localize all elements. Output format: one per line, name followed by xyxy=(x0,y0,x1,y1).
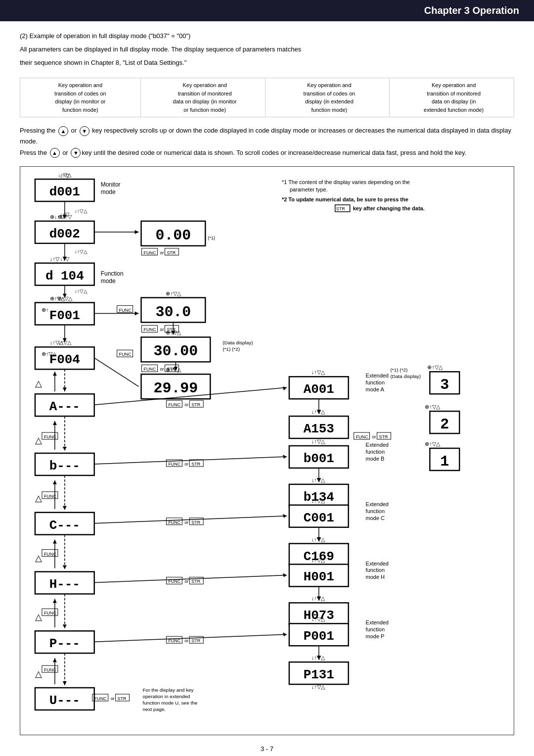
svg-text:FUNC: FUNC xyxy=(44,611,56,615)
svg-text:A001: A001 xyxy=(304,382,334,397)
svg-text:↓↑▽△: ↓↑▽△ xyxy=(312,557,325,563)
svg-text:C---: C--- xyxy=(49,518,80,532)
svg-text:FUNC: FUNC xyxy=(144,250,156,255)
svg-text:(*1) (*2): (*1) (*2) xyxy=(222,346,240,352)
svg-text:or: or xyxy=(184,462,188,467)
svg-text:function: function xyxy=(366,379,385,385)
svg-text:or: or xyxy=(111,696,115,701)
down-key-circle: ▼ xyxy=(80,126,89,136)
svg-text:⊕↑: ⊕↑ xyxy=(42,306,48,312)
svg-text:FUNC: FUNC xyxy=(94,696,107,701)
svg-text:function mode U, see the: function mode U, see the xyxy=(143,700,198,706)
svg-text:parameter type.: parameter type. xyxy=(290,187,328,192)
function-mode-label: Function xyxy=(101,270,124,277)
svg-text:3: 3 xyxy=(440,377,449,393)
svg-text:Extended: Extended xyxy=(366,560,389,566)
svg-text:*2  To update numerical data, : *2 To update numerical data, be sure to … xyxy=(282,196,408,202)
svg-text:↓↑▽△: ↓↑▽△ xyxy=(75,248,88,254)
svg-text:A---: A--- xyxy=(49,399,80,414)
svg-text:↓↑▽△: ↓↑▽△ xyxy=(312,369,325,375)
svg-text:U---: U--- xyxy=(49,693,80,708)
svg-text:↓↑▽△: ↓↑▽△ xyxy=(312,684,325,690)
svg-text:C001: C001 xyxy=(304,510,334,525)
svg-text:⊕↑▽△: ⊕↑▽△ xyxy=(425,404,440,410)
svg-text:For the display and key: For the display and key xyxy=(143,687,194,693)
svg-text:or: or xyxy=(372,434,376,439)
svg-text:(*1): (*1) xyxy=(208,236,215,240)
svg-text:⊕↑▽△: ⊕↑▽△ xyxy=(425,441,440,447)
example-title: (2) Example of operation in full display… xyxy=(20,31,514,42)
svg-text:STR: STR xyxy=(167,327,176,332)
page-header: Chapter 3 Operation xyxy=(0,0,534,21)
svg-text:STR: STR xyxy=(191,638,200,643)
svg-text:function: function xyxy=(366,626,385,632)
svg-text:mode C: mode C xyxy=(366,515,385,520)
svg-text:Extended: Extended xyxy=(366,501,389,507)
svg-text:△: △ xyxy=(35,378,42,388)
svg-text:mode P: mode P xyxy=(366,633,385,639)
svg-text:STR: STR xyxy=(191,579,200,584)
svg-text:Extended: Extended xyxy=(366,373,389,378)
info-box-1: Key operation andtransition of codes ond… xyxy=(20,78,141,117)
svg-text:↓↑▽△: ↓↑▽△ xyxy=(75,288,88,293)
page-number: 3 - 7 xyxy=(20,745,514,753)
svg-text:function: function xyxy=(366,567,385,573)
down-key-circle2: ▼ xyxy=(71,148,81,158)
info-box-3: Key operation andtransition of codes ond… xyxy=(269,78,390,117)
svg-text:b001: b001 xyxy=(304,451,334,466)
svg-text:↓↑▽△: ↓↑▽△ xyxy=(50,339,64,345)
svg-text:FUNC: FUNC xyxy=(168,462,180,467)
svg-text:function: function xyxy=(366,449,385,455)
svg-text:FUNC: FUNC xyxy=(44,434,56,439)
svg-text:1: 1 xyxy=(440,453,449,470)
svg-text:or: or xyxy=(160,250,164,255)
svg-text:mode A: mode A xyxy=(366,386,385,392)
intro-section: (2) Example of operation in full display… xyxy=(20,31,514,68)
svg-text:FUNC: FUNC xyxy=(44,667,56,672)
svg-text:or: or xyxy=(160,367,164,372)
intro-line1: All parameters can be displayed in full … xyxy=(20,45,514,55)
svg-text:or: or xyxy=(184,520,188,524)
page-number-text: 3 - 7 xyxy=(261,745,273,753)
svg-text:FUNC: FUNC xyxy=(144,327,156,332)
svg-text:P---: P--- xyxy=(49,636,80,651)
svg-text:(Data display): (Data display) xyxy=(391,374,421,379)
info-boxes: Key operation andtransition of codes ond… xyxy=(20,78,514,117)
intro-line2: their sequence shown in Chapter 8, "List… xyxy=(20,58,514,68)
svg-text:△: △ xyxy=(35,553,42,563)
svg-text:STR: STR xyxy=(191,462,200,467)
svg-text:△: △ xyxy=(35,669,42,679)
svg-text:(Data display): (Data display) xyxy=(222,340,253,345)
svg-text:⊕↓↑▽: ⊕↓↑▽ xyxy=(50,214,64,220)
svg-text:or: or xyxy=(184,579,188,584)
svg-text:F001: F001 xyxy=(49,308,80,323)
info-box-4: Key operation andtransition of monitored… xyxy=(394,78,514,117)
svg-text:function: function xyxy=(366,508,385,514)
svg-text:STR: STR xyxy=(336,206,345,211)
svg-text:P001: P001 xyxy=(304,629,334,644)
svg-text:next page.: next page. xyxy=(143,707,166,712)
up-key-circle2: ▲ xyxy=(50,148,60,158)
svg-text:FUNC: FUNC xyxy=(168,402,180,407)
svg-text:Monitor: Monitor xyxy=(101,181,121,188)
diagram-container: d001 ↓↑▽△ d002 ⊕↓↑▽ ↓↑▽ Monitor mode ↓↑▽… xyxy=(20,166,514,735)
svg-text:0.00: 0.00 xyxy=(155,227,191,244)
svg-text:*1  The content of the display: *1 The content of the display varies dep… xyxy=(282,179,410,185)
svg-text:mode H: mode H xyxy=(366,574,385,580)
svg-text:key after changing the data.: key after changing the data. xyxy=(353,205,425,211)
svg-text:mode: mode xyxy=(101,277,116,284)
svg-text:mode: mode xyxy=(101,189,116,195)
svg-text:P131: P131 xyxy=(304,667,334,682)
svg-text:or: or xyxy=(184,638,188,643)
svg-text:↓↑▽: ↓↑▽ xyxy=(60,173,70,179)
svg-text:or: or xyxy=(160,327,164,332)
svg-text:Extended: Extended xyxy=(366,619,389,625)
svg-text:operation in extended: operation in extended xyxy=(143,694,190,699)
svg-text:FUNC: FUNC xyxy=(144,367,156,372)
svg-text:Extended: Extended xyxy=(366,442,389,448)
up-key-circle: ▲ xyxy=(58,126,68,136)
svg-text:STR: STR xyxy=(191,402,200,407)
svg-text:STR: STR xyxy=(118,696,127,701)
svg-text:↓↑▽△: ↓↑▽△ xyxy=(312,438,325,444)
main-diagram: d001 ↓↑▽△ d002 ⊕↓↑▽ ↓↑▽ Monitor mode ↓↑▽… xyxy=(20,167,514,735)
